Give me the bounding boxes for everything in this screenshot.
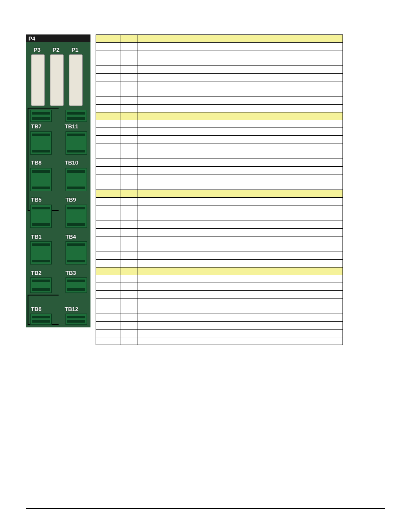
label-tb3: TB3: [65, 270, 76, 276]
cell-pin: [121, 314, 137, 322]
cell-tb: [96, 89, 121, 97]
cell-desc: [137, 306, 343, 314]
tb-block: [65, 110, 87, 122]
table-section-header: [96, 190, 343, 198]
cell-desc: [137, 299, 343, 306]
cell-tb: [96, 81, 121, 89]
cell-header-desc: [137, 268, 343, 275]
cell-pin: [121, 283, 137, 291]
tb-block: [65, 131, 87, 155]
table-row: [96, 97, 343, 105]
cell-pin: [121, 244, 137, 252]
tb-block: [65, 314, 87, 325]
tb-block: [30, 241, 52, 264]
cell-desc: [137, 229, 343, 236]
cell-desc: [137, 198, 343, 205]
cell-desc: [137, 143, 343, 151]
table-row: [96, 213, 343, 221]
table-row: [96, 174, 343, 182]
cell-pin: [121, 58, 137, 66]
cell-pin: [121, 74, 137, 81]
cell-tb: [96, 337, 121, 345]
cell-header-pin: [121, 268, 137, 275]
cell-pin: [121, 299, 137, 306]
cell-header-tb: [96, 35, 121, 43]
cell-desc: [137, 283, 343, 291]
cell-tb: [96, 43, 121, 50]
tb-block: [65, 241, 87, 264]
cell-pin: [121, 198, 137, 205]
table-row: [96, 221, 343, 229]
cell-pin: [121, 213, 137, 221]
cell-tb: [96, 159, 121, 167]
page-footer: [26, 508, 385, 510]
cell-tb: [96, 136, 121, 143]
cell-pin: [121, 182, 137, 190]
cell-tb: [96, 66, 121, 74]
cell-header-desc: [137, 112, 343, 120]
table-row: [96, 260, 343, 268]
cell-desc: [137, 151, 343, 159]
cell-desc: [137, 159, 343, 167]
table-row: [96, 205, 343, 213]
cell-tb: [96, 291, 121, 299]
label-tb11: TB11: [65, 123, 78, 130]
cell-pin: [121, 89, 137, 97]
table-row: [96, 66, 343, 74]
label-p3: P3: [34, 47, 40, 53]
label-tb9: TB9: [65, 196, 76, 203]
cell-tb: [96, 120, 121, 128]
cell-pin: [121, 236, 137, 244]
connector-p2: [50, 54, 64, 106]
cell-desc: [137, 337, 343, 345]
table-row: [96, 151, 343, 159]
cell-tb: [96, 174, 121, 182]
label-p2: P2: [53, 47, 59, 53]
board-top-strip: [26, 34, 90, 42]
table-row: [96, 337, 343, 345]
cell-desc: [137, 330, 343, 337]
cell-pin: [121, 128, 137, 136]
cell-tb: [96, 275, 121, 283]
cell-pin: [121, 174, 137, 182]
tb-block: [65, 205, 87, 228]
cell-pin: [121, 260, 137, 268]
cell-header-pin: [121, 112, 137, 120]
label-tb8: TB8: [31, 159, 42, 166]
cell-pin: [121, 337, 137, 345]
cell-desc: [137, 252, 343, 260]
cell-header-tb: [96, 268, 121, 275]
cell-tb: [96, 213, 121, 221]
cell-header-tb: [96, 190, 121, 198]
cell-desc: [137, 97, 343, 105]
cell-desc: [137, 120, 343, 128]
cell-tb: [96, 221, 121, 229]
cell-desc: [137, 58, 343, 66]
cell-desc: [137, 136, 343, 143]
cell-desc: [137, 167, 343, 174]
tb-block: [30, 168, 52, 191]
table-row: [96, 244, 343, 252]
table-row: [96, 229, 343, 236]
cell-tb: [96, 128, 121, 136]
cell-tb: [96, 143, 121, 151]
table-row: [96, 81, 343, 89]
cell-tb: [96, 252, 121, 260]
cell-desc: [137, 74, 343, 81]
table-row: [96, 306, 343, 314]
cell-pin: [121, 105, 137, 112]
table-row: [96, 136, 343, 143]
table-row: [96, 43, 343, 50]
cell-pin: [121, 306, 137, 314]
table-row: [96, 182, 343, 190]
content-row: P4 P3 P2 P1 TB7 TB8 TB5 TB11 TB10 TB9: [26, 34, 385, 345]
tb-block: [30, 205, 52, 228]
cell-tb: [96, 151, 121, 159]
cell-pin: [121, 221, 137, 229]
cell-pin: [121, 43, 137, 50]
cell-tb: [96, 58, 121, 66]
table-row: [96, 58, 343, 66]
cell-tb: [96, 306, 121, 314]
label-p4: P4: [28, 35, 35, 42]
cell-desc: [137, 50, 343, 58]
